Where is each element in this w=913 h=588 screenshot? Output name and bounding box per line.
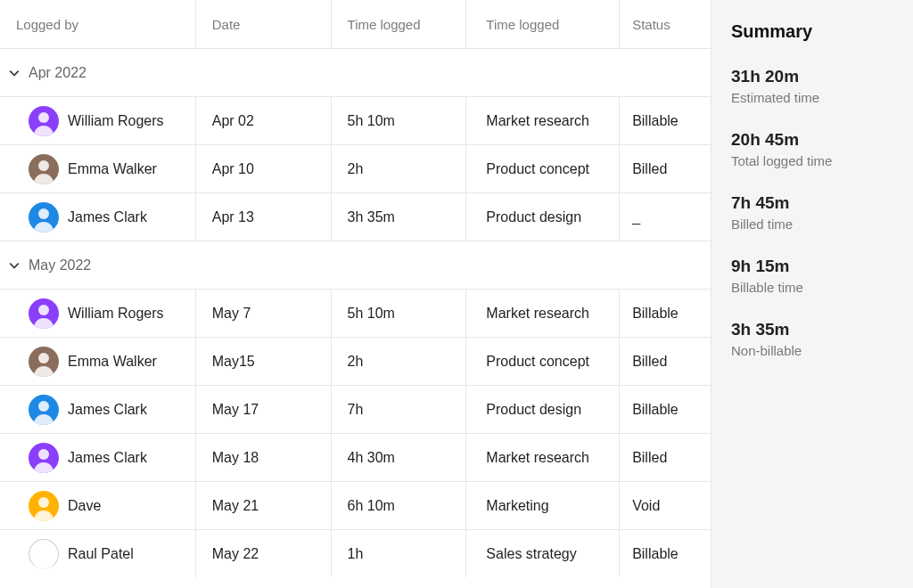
log-category: Product concept [486,354,589,370]
table-row[interactable]: James ClarkApr 133h 35mProduct design_ [0,192,711,241]
avatar [29,202,59,233]
log-duration: 5h 10m [348,306,395,322]
user-name: James Clark [68,450,147,466]
avatar [29,298,59,329]
table-header-row: Logged by Date Time logged Time logged S… [0,0,711,48]
summary-label: Non-billable [731,343,897,358]
chevron-down-icon [9,68,21,78]
avatar [29,443,59,473]
summary-label: Estimated time [731,90,897,105]
group-header[interactable]: May 2022 [0,241,711,289]
time-log-table: Logged by Date Time logged Time logged S… [0,0,711,588]
log-duration: 7h [348,402,364,418]
summary-item: 31h 20mEstimated time [731,67,897,105]
log-duration: 1h [348,546,364,562]
user-name: James Clark [68,402,147,418]
log-category: Sales strategy [486,546,576,562]
avatar [29,347,59,377]
summary-value: 20h 45m [731,130,897,150]
col-header-logged-by[interactable]: Logged by [0,0,196,48]
user-name: Dave [68,498,101,514]
app-root: Logged by Date Time logged Time logged S… [0,0,913,588]
summary-value: 9h 15m [731,257,897,276]
log-status: Billed [632,161,667,177]
log-date: May 18 [212,450,259,466]
user-name: Emma Walker [68,354,157,370]
log-status: Billable [632,113,679,129]
log-status: Billable [632,546,679,562]
log-status: Billable [632,306,679,322]
log-date: Apr 13 [212,209,254,225]
table-row[interactable]: Emma WalkerMay152hProduct conceptBilled [0,337,711,385]
log-category: Market research [486,306,589,322]
avatar [29,154,59,184]
col-header-status[interactable]: Status [620,0,711,48]
log-date: May 22 [212,546,259,562]
avatar [29,491,59,521]
summary-item: 20h 45mTotal logged time [731,130,897,168]
log-date: May 21 [212,498,259,514]
log-category: Market research [486,450,589,466]
log-status: Billed [632,354,667,370]
summary-label: Total logged time [731,153,897,168]
log-duration: 2h [348,161,364,177]
summary-item: 7h 45mBilled time [731,193,897,232]
log-duration: 6h 10m [348,498,395,514]
log-status: Void [632,498,660,514]
log-category: Product design [486,402,581,418]
group-label: May 2022 [29,257,91,274]
log-category: Market research [486,113,589,129]
log-category: Product design [486,209,581,225]
table-row[interactable]: William RogersMay 75h 10mMarket research… [0,289,711,337]
log-duration: 2h [348,354,364,370]
group-header[interactable]: Apr 2022 [0,48,711,96]
table-row[interactable]: James ClarkMay 177hProduct designBillabl… [0,385,711,433]
summary-label: Billed time [731,216,897,232]
col-header-date[interactable]: Date [196,0,332,48]
log-status: _ [632,209,640,225]
table-row[interactable]: Emma WalkerApr 102hProduct conceptBilled [0,144,711,192]
summary-item: 3h 35mNon-billable [731,320,897,358]
log-status: Billed [632,450,667,466]
user-name: Emma Walker [68,161,157,177]
summary-label: Billable time [731,280,897,295]
group-label: Apr 2022 [29,65,86,81]
log-date: May 17 [212,402,259,418]
table-row[interactable]: DaveMay 216h 10mMarketingVoid [0,481,711,529]
user-name: James Clark [68,209,147,225]
chevron-down-icon [9,260,21,271]
user-name: William Rogers [68,306,164,322]
log-date: Apr 02 [212,113,254,129]
avatar [29,539,59,569]
col-header-time-b[interactable]: Time logged [466,0,620,48]
summary-value: 31h 20m [731,67,897,86]
summary-item: 9h 15mBillable time [731,257,897,295]
log-duration: 5h 10m [348,113,395,129]
user-name: William Rogers [68,113,164,129]
table-row[interactable]: James ClarkMay 184h 30mMarket researchBi… [0,433,711,481]
table-row[interactable]: Raul PatelMay 221hSales strategyBillable [0,529,711,577]
avatar [29,106,59,136]
summary-value: 7h 45m [731,193,897,213]
summary-title: Summary [731,21,897,42]
log-status: Billable [632,402,679,418]
log-date: May15 [212,354,255,370]
log-duration: 4h 30m [348,450,395,466]
table-row[interactable]: William RogersApr 025h 10mMarket researc… [0,96,711,144]
summary-panel: Summary 31h 20mEstimated time20h 45mTota… [711,0,913,588]
col-header-time-a[interactable]: Time logged [332,0,467,48]
log-duration: 3h 35m [348,209,395,225]
log-category: Marketing [486,498,548,514]
summary-value: 3h 35m [731,320,897,339]
avatar [29,395,59,425]
log-date: May 7 [212,306,251,322]
log-category: Product concept [486,161,589,177]
log-date: Apr 10 [212,161,254,177]
user-name: Raul Patel [68,546,134,562]
